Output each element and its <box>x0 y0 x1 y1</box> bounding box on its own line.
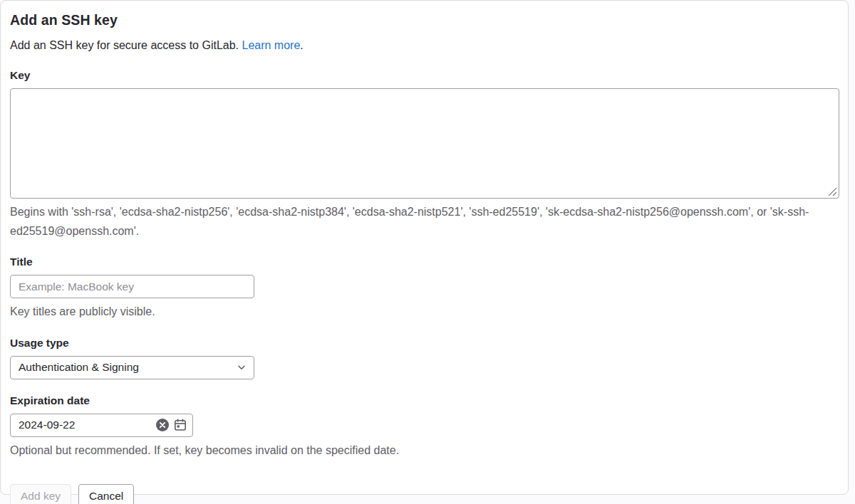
usage-type-field-group: Usage type Authentication & Signing <box>10 337 839 379</box>
description-period: . <box>300 39 303 51</box>
usage-type-label: Usage type <box>10 337 839 350</box>
usage-type-select[interactable]: Authentication & Signing <box>10 356 254 379</box>
expiration-date-wrap <box>10 414 193 437</box>
add-key-button[interactable]: Add key <box>10 484 71 504</box>
learn-more-link[interactable]: Learn more <box>242 39 301 51</box>
chevron-down-icon <box>237 362 247 372</box>
expiration-field-group: Expiration date <box>10 394 839 460</box>
title-input[interactable] <box>10 275 254 298</box>
calendar-picker-button[interactable] <box>174 419 187 431</box>
key-help-text: Begins with 'ssh-rsa', 'ecdsa-sha2-nistp… <box>10 203 839 241</box>
page-description: Add an SSH key for secure access to GitL… <box>10 38 839 53</box>
key-label: Key <box>10 69 839 82</box>
expiration-help-text: Optional but recommended. If set, key be… <box>10 441 839 460</box>
expiration-date-label: Expiration date <box>10 394 839 407</box>
key-input[interactable] <box>10 88 839 199</box>
description-text: Add an SSH key for secure access to GitL… <box>10 39 239 51</box>
form-actions: Add key Cancel <box>10 484 839 504</box>
add-ssh-key-card: Add an SSH key Add an SSH key for secure… <box>0 0 849 495</box>
cancel-button[interactable]: Cancel <box>78 484 134 504</box>
key-field-group: Key Begins with 'ssh-rsa', 'ecdsa-sha2-n… <box>10 69 839 241</box>
clear-circle-x-icon <box>155 418 170 432</box>
page-title: Add an SSH key <box>10 12 839 28</box>
title-field-group: Title Key titles are publicly visible. <box>10 256 839 321</box>
date-input-icons <box>155 414 187 437</box>
title-label: Title <box>10 256 839 268</box>
usage-type-selected-value: Authentication & Signing <box>19 361 139 374</box>
calendar-icon <box>174 419 187 431</box>
title-help-text: Key titles are publicly visible. <box>10 303 839 321</box>
key-textarea-wrap <box>10 88 839 199</box>
clear-date-button[interactable] <box>155 418 170 432</box>
